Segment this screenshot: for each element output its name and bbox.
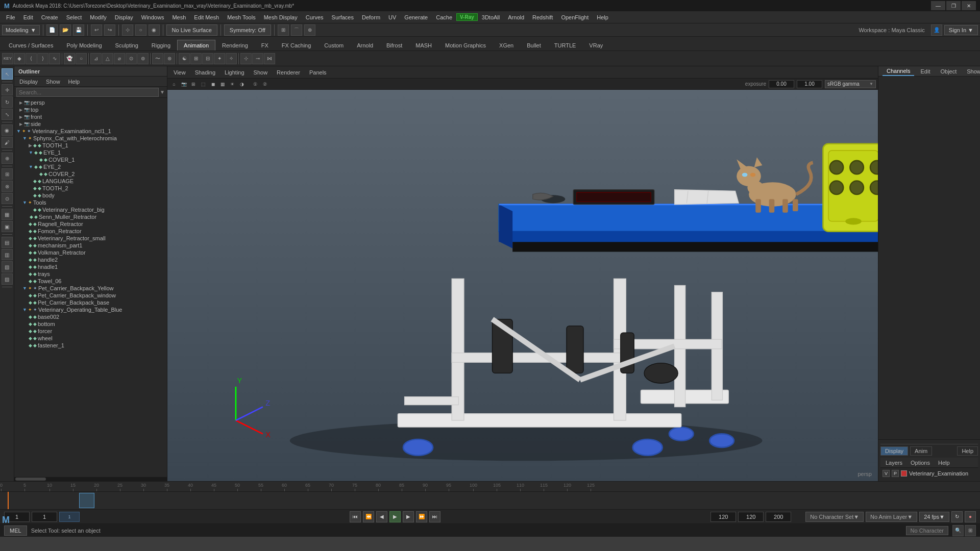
status-grid-icon[interactable]: ⊞ xyxy=(965,525,976,536)
search-input[interactable] xyxy=(16,88,159,97)
select-icon[interactable]: ⊹ xyxy=(122,24,133,36)
open-file-icon[interactable]: 📂 xyxy=(60,24,71,36)
menu-create[interactable]: Create xyxy=(37,11,62,23)
anim-curve-icon[interactable]: 〜 xyxy=(152,53,163,64)
key-icon[interactable]: KEY xyxy=(2,53,13,64)
select-tool-icon[interactable]: ↖ xyxy=(2,68,13,80)
mode-dropdown[interactable]: Modeling ▼ xyxy=(2,25,40,35)
quick-layout3-icon[interactable]: ▧ xyxy=(2,261,13,272)
outliner-item-side[interactable]: ▶ 📷 side xyxy=(14,120,167,128)
help-subtab[interactable]: Help xyxy=(957,446,978,456)
tangent-icon[interactable]: ⟨ xyxy=(26,53,37,64)
layer-item[interactable]: V P Veterinary_Examination xyxy=(880,468,978,479)
channels-tab[interactable]: Channels xyxy=(883,67,914,76)
range-start-field[interactable]: 120 xyxy=(738,512,764,522)
outliner-item-eye2[interactable]: ▼ ◆ ◆ EYE_2 xyxy=(14,163,167,170)
no-character-label[interactable]: No Character xyxy=(906,526,948,535)
vp-menu-panels[interactable]: Panels xyxy=(305,68,331,77)
outliner-item-hnadle1[interactable]: ◆ ◆ hnadle1 xyxy=(14,263,167,270)
tab-fx[interactable]: FX xyxy=(255,40,275,51)
outliner-item-vet-table[interactable]: ▼ ✦ ✦ Veterinary_Operating_Table_Blue xyxy=(14,306,167,313)
menu-file[interactable]: File xyxy=(2,11,19,23)
outliner-item-senn[interactable]: ◆ ◆ Senn_Muller_Retractor xyxy=(14,213,167,220)
misc-icon-2[interactable]: ⊸ xyxy=(252,53,263,64)
fps-selector[interactable]: 24 fps ▼ xyxy=(919,512,949,522)
tangent2-icon[interactable]: ⟩ xyxy=(37,53,48,64)
options-menu-item[interactable]: Options xyxy=(908,459,933,467)
tab-turtle[interactable]: TURTLE xyxy=(548,40,583,51)
loop-button[interactable]: ↻ xyxy=(951,511,963,522)
outliner-item-language[interactable]: ▶ ◆ ◆ LANGUAGE xyxy=(14,178,167,185)
layer-v-button[interactable]: V xyxy=(883,470,890,477)
skin2-icon[interactable]: ✧ xyxy=(226,53,237,64)
status-search-icon[interactable]: 🔍 xyxy=(952,525,964,536)
tab-bullet[interactable]: Bullet xyxy=(520,40,548,51)
outliner-item-vet-ncl[interactable]: ▼ ✦ ✦ Veterinary_Examination_ncl1_1 xyxy=(14,128,167,135)
vt-light-icon[interactable]: ☀ xyxy=(228,80,237,89)
outliner-item-vet-ret-small[interactable]: ◆ ◆ Veterinary_Retractor_small xyxy=(14,235,167,242)
move-tool-icon[interactable]: ✛ xyxy=(2,84,13,95)
vp-menu-show[interactable]: Show xyxy=(250,68,272,77)
title-bar-controls[interactable]: — ❐ ✕ xyxy=(931,1,976,10)
misc-icon-1[interactable]: ⊹ xyxy=(240,53,252,64)
menu-generate[interactable]: Generate xyxy=(400,11,432,23)
ghost2-icon[interactable]: ○ xyxy=(76,53,87,64)
menu-select[interactable]: Select xyxy=(62,11,86,23)
vt-cam-icon[interactable]: 📷 xyxy=(179,80,188,89)
tab-rigging[interactable]: Rigging xyxy=(145,40,177,51)
tab-mash[interactable]: MASH xyxy=(409,40,438,51)
snap-view-lt-icon[interactable]: ⊙ xyxy=(2,193,13,204)
menu-vray[interactable]: V-Ray xyxy=(456,13,478,21)
menu-surfaces[interactable]: Surfaces xyxy=(328,11,358,23)
outliner-item-top[interactable]: ▶ 📷 top xyxy=(14,106,167,113)
keyframe-area[interactable]: 1 xyxy=(59,512,80,522)
menu-mesh[interactable]: Mesh xyxy=(168,11,190,23)
snap-point-lt-icon[interactable]: ⊗ xyxy=(2,181,13,192)
render-region-icon[interactable]: ▦ xyxy=(2,209,13,220)
menu-modify[interactable]: Modify xyxy=(86,11,110,23)
range-end-field[interactable]: 200 xyxy=(766,512,791,522)
exposure-field[interactable]: 0.00 xyxy=(769,80,794,88)
paint-icon[interactable]: ◉ xyxy=(149,24,160,36)
quick-layout2-icon[interactable]: ▥ xyxy=(2,249,13,260)
gamma-dropdown[interactable]: sRGB gamma ▼ xyxy=(825,80,876,88)
tab-rendering[interactable]: Rendering xyxy=(215,40,255,51)
snap-curve-icon[interactable]: ⌒ xyxy=(291,24,302,36)
vt-aov-icon[interactable]: ① xyxy=(251,80,260,89)
menu-redshift[interactable]: Redshift xyxy=(528,11,557,23)
save-icon[interactable]: 💾 xyxy=(73,24,84,36)
vt-ao-icon[interactable]: ② xyxy=(260,80,270,89)
outliner-item-ragnell[interactable]: ◆ ◆ Ragnell_Retractor xyxy=(14,220,167,228)
snap-grid-icon[interactable]: ⊞ xyxy=(278,24,289,36)
undo-icon[interactable]: ↩ xyxy=(91,24,102,36)
outliner-item-base002[interactable]: ◆ ◆ base002 xyxy=(14,313,167,320)
menu-windows[interactable]: Windows xyxy=(137,11,168,23)
tab-xgen[interactable]: XGen xyxy=(493,40,520,51)
outliner-item-pc-window[interactable]: ◆ ◆ Pet_Carrier_Backpack_window xyxy=(14,292,167,299)
soft-select-icon[interactable]: ◉ xyxy=(2,124,13,136)
outliner-item-persp[interactable]: ▶ 📷 persp xyxy=(14,99,167,106)
ipr-render-icon[interactable]: ▣ xyxy=(2,221,13,232)
vt-shadow-icon[interactable]: ◑ xyxy=(237,80,247,89)
vp-menu-renderer[interactable]: Renderer xyxy=(273,68,304,77)
tab-animation[interactable]: Animation xyxy=(177,40,215,51)
motion-trail-icon[interactable]: ⌀ xyxy=(114,53,125,64)
outliner-item-tools[interactable]: ▼ ✦ Tools xyxy=(14,199,167,206)
anim-layer-selector[interactable]: No Anim Layer ▼ xyxy=(866,512,917,522)
menu-edit[interactable]: Edit xyxy=(19,11,37,23)
constraint2-icon[interactable]: △ xyxy=(102,53,113,64)
tab-bifrost[interactable]: Bifrost xyxy=(380,40,409,51)
paint-skin-icon[interactable]: 🖌 xyxy=(2,137,13,148)
vt-grid-icon[interactable]: ⊞ xyxy=(189,80,198,89)
outliner-item-pet-carrier[interactable]: ▼ ✦ ✦ Pet_Carrier_Backpack_Yellow xyxy=(14,285,167,292)
tab-custom[interactable]: Custom xyxy=(317,40,350,51)
outliner-item-trays[interactable]: ◆ ◆ trays xyxy=(14,270,167,278)
layers-menu-item[interactable]: Layers xyxy=(883,459,905,467)
outliner-item-wheel[interactable]: ◆ ◆ wheel xyxy=(14,335,167,342)
skin-icon[interactable]: ✦ xyxy=(214,53,225,64)
constraint-icon[interactable]: ⊿ xyxy=(90,53,102,64)
outliner-menu-show[interactable]: Show xyxy=(43,78,63,86)
tab-fx-caching[interactable]: FX Caching xyxy=(275,40,317,51)
object-tab[interactable]: Object xyxy=(936,67,961,76)
outliner-item-cover2[interactable]: ▶ ◆ ◆ COVER_2 xyxy=(14,170,167,178)
